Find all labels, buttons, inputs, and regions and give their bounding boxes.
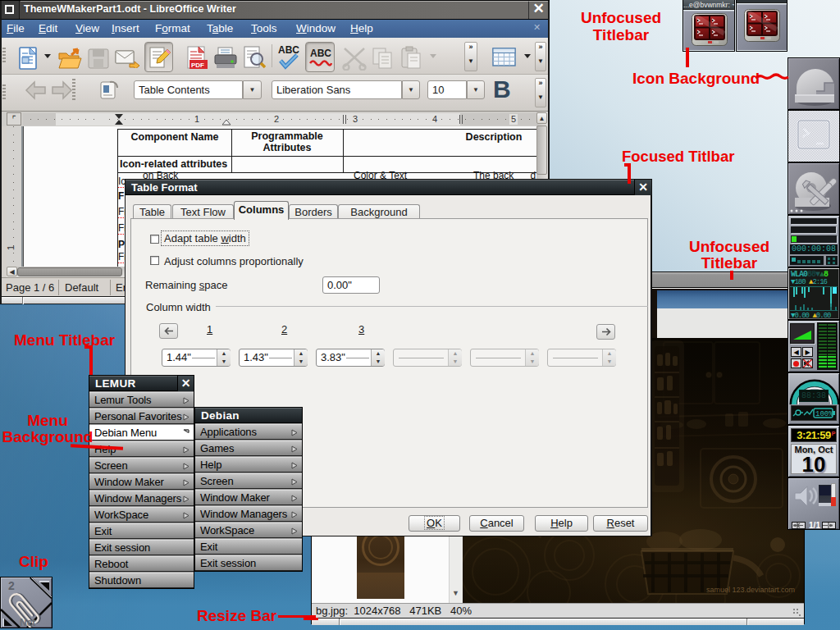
- svg-text:ABC: ABC: [310, 48, 331, 59]
- svg-text:PDF: PDF: [191, 62, 204, 69]
- svg-text:ABC: ABC: [278, 44, 299, 56]
- svg-text:100%: 100%: [815, 410, 833, 418]
- svg-text:samuel 123.deviantart.com: samuel 123.deviantart.com: [706, 586, 795, 594]
- svg-text:Net: Net: [20, 617, 35, 628]
